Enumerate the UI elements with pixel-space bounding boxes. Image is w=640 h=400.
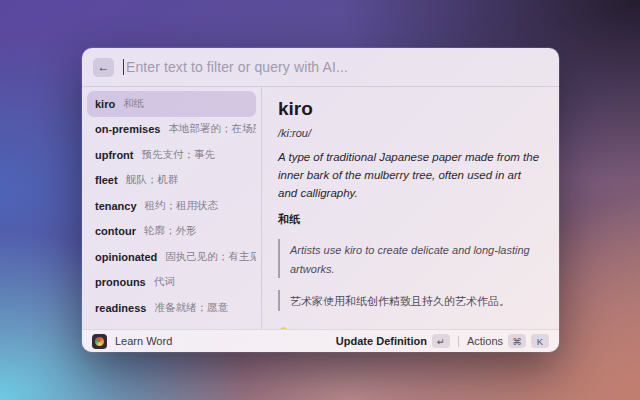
definition-panel: kiro /ki:rou/ A type of traditional Japa… <box>262 87 559 329</box>
word-label: pronouns <box>95 276 146 288</box>
word-label: tenancy <box>95 200 137 212</box>
word-translation-cn: 和纸 <box>278 212 542 227</box>
word-translation: 舰队；机群 <box>126 173 179 187</box>
app-icon-glyph <box>95 337 104 346</box>
list-item[interactable]: contour轮廓；外形 <box>87 219 256 245</box>
word-translation: 预先支付；事先 <box>141 148 215 162</box>
k-key-badge: K <box>531 334 549 348</box>
search-placeholder: Enter text to filter or query with AI... <box>126 59 348 75</box>
search-input[interactable]: Enter text to filter or query with AI... <box>123 59 548 75</box>
list-item[interactable]: on-premises本地部署的；在场所内的 <box>87 117 256 143</box>
list-item[interactable]: upfront预先支付；事先 <box>87 142 256 168</box>
app-icon <box>92 334 107 349</box>
footer-bar: Learn Word Update Definition ↵ Actions ⌘… <box>82 329 559 352</box>
word-translation: 准备就绪；愿意 <box>154 301 228 315</box>
update-definition-button[interactable]: Update Definition <box>336 335 427 347</box>
example-text-en: Artists use kiro to create delicate and … <box>290 244 530 275</box>
actions-button[interactable]: Actions <box>467 335 503 347</box>
word-definition: A type of traditional Japanese paper mad… <box>278 149 542 202</box>
word-translation: 本地部署的；在场所内的 <box>168 122 256 136</box>
content-area: kiro和纸on-premises本地部署的；在场所内的upfront预先支付；… <box>82 87 559 329</box>
word-label: fleet <box>95 174 118 186</box>
word-label: opinionated <box>95 251 157 263</box>
back-arrow-icon: ← <box>98 60 110 74</box>
example-text-zh: 艺术家使用和纸创作精致且持久的艺术作品。 <box>290 295 510 307</box>
word-translation: 固执己见的；有主见的 <box>165 250 256 264</box>
list-item[interactable]: pronouns代词 <box>87 270 256 296</box>
desktop-wallpaper: ← Enter text to filter or query with AI.… <box>0 0 640 400</box>
word-phonetic: /ki:rou/ <box>278 127 542 139</box>
list-item[interactable]: readiness准备就绪；愿意 <box>87 295 256 321</box>
text-caret <box>123 59 124 75</box>
word-translation: 轮廓；外形 <box>144 224 197 238</box>
search-bar: ← Enter text to filter or query with AI.… <box>82 48 559 87</box>
word-label: on-premises <box>95 123 160 135</box>
command-key-badge: ⌘ <box>508 334 526 348</box>
word-translation: 代词 <box>154 275 175 289</box>
list-item[interactable]: tenancy租约；租用状态 <box>87 193 256 219</box>
word-label: contour <box>95 225 136 237</box>
word-list: kiro和纸on-premises本地部署的；在场所内的upfront预先支付；… <box>82 87 262 329</box>
example-quote-en: Artists use kiro to create delicate and … <box>278 239 542 278</box>
return-key-badge: ↵ <box>432 334 450 348</box>
list-item[interactable]: kiro和纸 <box>87 91 256 117</box>
learn-word-window: ← Enter text to filter or query with AI.… <box>82 48 559 352</box>
word-translation: 租约；租用状态 <box>145 199 219 213</box>
footer-separator <box>458 336 459 347</box>
list-item[interactable]: fleet舰队；机群 <box>87 168 256 194</box>
word-translation: 和纸 <box>123 97 144 111</box>
list-item[interactable]: opinionated固执己见的；有主见的 <box>87 244 256 270</box>
app-name-label: Learn Word <box>115 335 172 347</box>
word-label: readiness <box>95 302 146 314</box>
word-title: kiro <box>278 98 542 120</box>
back-button[interactable]: ← <box>93 58 114 77</box>
word-label: upfront <box>95 149 133 161</box>
example-quote-zh: 艺术家使用和纸创作精致且持久的艺术作品。 <box>278 290 542 311</box>
word-label: kiro <box>95 98 115 110</box>
